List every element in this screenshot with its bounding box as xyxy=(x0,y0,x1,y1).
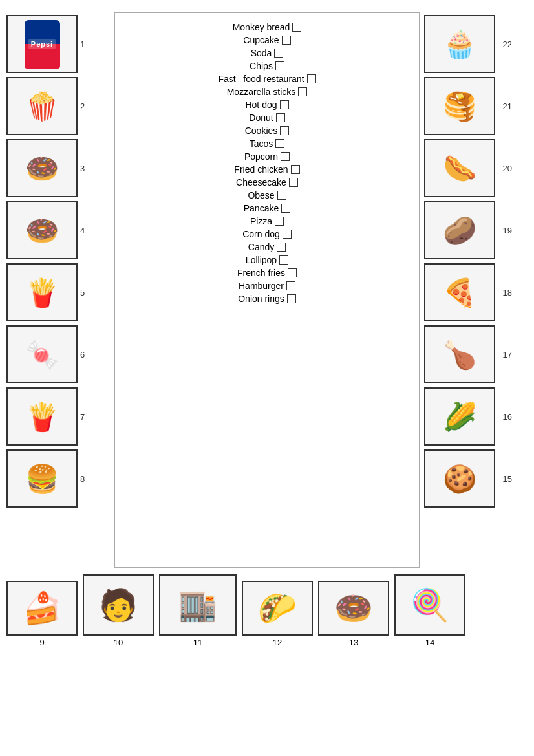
checkbox-obese[interactable] xyxy=(277,191,286,200)
item-number-2: 2 xyxy=(80,102,92,111)
word-row-onion-rings: Onion rings xyxy=(127,294,407,304)
item-number-1: 1 xyxy=(80,39,92,49)
food-image-2: 🍿 xyxy=(6,77,78,135)
bottom-item-number-13: 13 xyxy=(349,638,358,647)
word-row-cheesecake: Cheesecake xyxy=(127,177,407,188)
checkbox-lollipop[interactable] xyxy=(279,255,288,265)
right-item-16: 🌽 16 xyxy=(424,387,528,446)
word-label-chips: Chips xyxy=(250,61,273,71)
checkbox-cupcake[interactable] xyxy=(282,36,291,45)
food-image-17: 🍗 xyxy=(424,325,495,383)
food-image-7: 🍟 xyxy=(6,387,78,446)
word-label-corn-dog: Corn dog xyxy=(242,229,280,239)
food-image-1: Pepsi xyxy=(6,15,78,73)
word-row-pizza: Pizza xyxy=(127,216,407,226)
food-image-5: 🍟 xyxy=(6,263,78,321)
word-row-obese: Obese xyxy=(127,190,407,200)
word-label-hot-dog: Hot dog xyxy=(245,100,277,110)
checkbox-monkey-bread[interactable] xyxy=(292,23,301,32)
checkbox-donut[interactable] xyxy=(276,113,285,122)
food-image-8: 🍔 xyxy=(6,449,78,508)
word-row-pancake: Pancake xyxy=(127,203,407,213)
checkbox-cheesecake[interactable] xyxy=(289,178,298,187)
food-image-bottom-13: 🍩 xyxy=(318,581,389,636)
word-label-candy: Candy xyxy=(248,242,274,252)
bottom-item-11: 🏬 11 xyxy=(159,574,237,647)
checkbox-mozzarella[interactable] xyxy=(298,87,307,96)
word-label-mozzarella: Mozzarella sticks xyxy=(227,87,296,97)
word-row-hot-dog: Hot dog xyxy=(127,100,407,110)
checkbox-pancake[interactable] xyxy=(281,204,290,213)
item-number-3: 3 xyxy=(80,164,92,173)
word-label-cupcake: Cupcake xyxy=(243,35,279,45)
bottom-item-12: 🌮 12 xyxy=(242,581,313,647)
right-item-18: 🍕 18 xyxy=(424,263,528,321)
word-row-popcorn: Popcorn xyxy=(127,151,407,162)
word-row-french-fries: French fries xyxy=(127,268,407,278)
word-label-donut: Donut xyxy=(249,113,273,123)
food-image-bottom-9: 🍰 xyxy=(6,581,78,636)
word-row-hamburger: Hamburger xyxy=(127,281,407,291)
word-label-cheesecake: Cheesecake xyxy=(236,177,286,188)
food-image-20: 🌭 xyxy=(424,139,495,197)
food-image-18: 🍕 xyxy=(424,263,495,321)
word-row-cupcake: Cupcake xyxy=(127,35,407,45)
word-label-soda: Soda xyxy=(251,48,272,58)
food-image-bottom-10: 🧑 xyxy=(83,574,154,636)
left-item-6: 🍬 6 xyxy=(6,325,110,383)
food-image-21: 🥞 xyxy=(424,77,495,135)
right-item-20: 🌭 20 xyxy=(424,139,528,197)
checkbox-fast-food[interactable] xyxy=(307,74,316,83)
bottom-food-row: 🍰 9 🧑 10 🏬 11 🌮 12 🍩 13 🍭 14 xyxy=(6,574,528,647)
word-label-obese: Obese xyxy=(248,190,274,200)
word-label-fried-chicken: Fried chicken xyxy=(234,164,288,175)
checkbox-cookies[interactable] xyxy=(280,126,289,135)
word-label-onion-rings: Onion rings xyxy=(238,294,284,304)
right-item-19: 🥔 19 xyxy=(424,201,528,259)
checkbox-popcorn[interactable] xyxy=(281,152,290,161)
checkbox-fried-chicken[interactable] xyxy=(291,165,300,174)
food-image-19: 🥔 xyxy=(424,201,495,259)
food-image-16: 🌽 xyxy=(424,387,495,446)
word-row-fast-food: Fast –food restaurant xyxy=(127,74,407,84)
word-row-candy: Candy xyxy=(127,242,407,252)
item-number-5: 5 xyxy=(80,288,92,297)
food-image-bottom-14: 🍭 xyxy=(394,574,465,636)
word-row-monkey-bread: Monkey bread xyxy=(127,22,407,32)
right-item-15: 🍪 15 xyxy=(424,449,528,508)
checkbox-tacos[interactable] xyxy=(275,139,284,148)
word-row-cookies: Cookies xyxy=(127,125,407,136)
item-number-17: 17 xyxy=(498,350,512,360)
item-number-15: 15 xyxy=(498,474,512,484)
item-number-16: 16 xyxy=(498,412,512,422)
word-row-soda: Soda xyxy=(127,48,407,58)
item-number-18: 18 xyxy=(498,288,512,297)
item-number-7: 7 xyxy=(80,412,92,422)
word-row-lollipop: Lollipop xyxy=(127,255,407,265)
bottom-item-number-9: 9 xyxy=(39,638,44,647)
word-label-pizza: Pizza xyxy=(250,216,272,226)
word-label-french-fries: French fries xyxy=(237,268,285,278)
right-item-21: 🥞 21 xyxy=(424,77,528,135)
bottom-item-14: 🍭 14 xyxy=(394,574,465,647)
bottom-item-number-10: 10 xyxy=(114,638,123,647)
bottom-item-number-12: 12 xyxy=(273,638,282,647)
food-image-bottom-11: 🏬 xyxy=(159,574,237,636)
checkbox-corn-dog[interactable] xyxy=(283,230,292,239)
checkbox-candy[interactable] xyxy=(277,243,286,252)
word-row-fried-chicken: Fried chicken xyxy=(127,164,407,175)
checkbox-pizza[interactable] xyxy=(275,217,284,226)
bottom-item-13: 🍩 13 xyxy=(318,581,389,647)
checkbox-chips[interactable] xyxy=(275,61,284,70)
item-number-8: 8 xyxy=(80,474,92,484)
left-item-7: 🍟 7 xyxy=(6,387,110,446)
checkbox-hot-dog[interactable] xyxy=(280,100,289,109)
item-number-4: 4 xyxy=(80,226,92,235)
bottom-item-number-11: 11 xyxy=(193,638,202,647)
checkbox-soda[interactable] xyxy=(274,49,283,58)
left-item-4: 🍩 4 xyxy=(6,201,110,259)
checkbox-french-fries[interactable] xyxy=(288,268,297,277)
checkbox-onion-rings[interactable] xyxy=(287,294,296,303)
left-item-2: 🍿 2 xyxy=(6,77,110,135)
checkbox-hamburger[interactable] xyxy=(286,281,295,290)
